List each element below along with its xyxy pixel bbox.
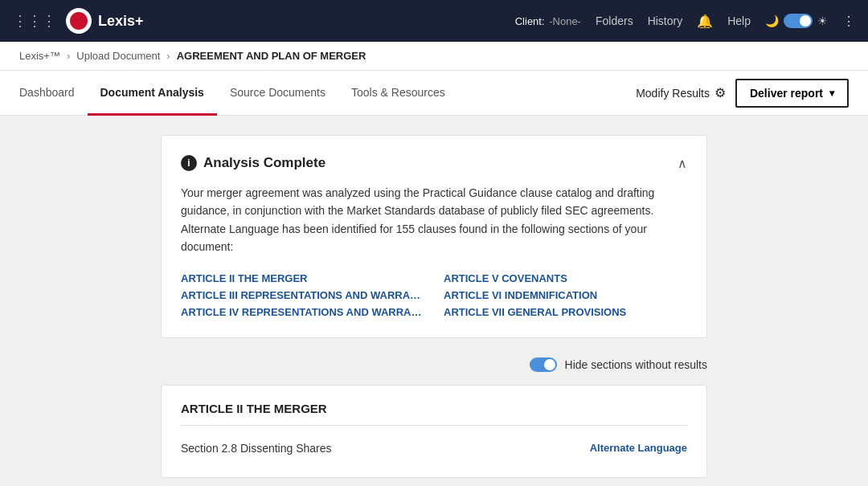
article-link-3[interactable]: ARTICLE III REPRESENTATIONS AND WARRANTI… (181, 289, 424, 301)
folders-link[interactable]: Folders (596, 14, 633, 27)
alternate-language-link[interactable]: Alternate Language (590, 442, 687, 454)
tab-source-documents[interactable]: Source Documents (217, 71, 338, 116)
analysis-complete-card: i Analysis Complete ∧ Your merger agreem… (161, 135, 707, 338)
deliver-report-button[interactable]: Deliver report ▾ (735, 79, 849, 108)
article-section-card: ARTICLE II THE MERGER Section 2.8 Dissen… (161, 385, 707, 478)
article-links-grid: ARTICLE II THE MERGER ARTICLE V COVENANT… (181, 272, 687, 318)
help-link[interactable]: Help (727, 14, 751, 27)
article-link-7[interactable]: ARTICLE VII GENERAL PROVISIONS (444, 306, 687, 318)
analysis-body-text: Your merger agreement was analyzed using… (181, 184, 687, 256)
moon-icon: 🌙 (765, 14, 779, 27)
client-info: Client: -None- (515, 15, 581, 27)
section-divider (181, 425, 687, 426)
analysis-header: i Analysis Complete ∧ (181, 155, 687, 171)
breadcrumb: Lexis+™ › Upload Document › AGREEMENT AN… (0, 42, 868, 71)
settings-icon: ⚙ (714, 85, 726, 100)
modify-results-button[interactable]: Modify Results ⚙ (636, 85, 726, 100)
breadcrumb-sep2: › (166, 50, 170, 62)
theme-toggle[interactable] (784, 14, 813, 28)
tab-dashboard[interactable]: Dashboard (19, 71, 88, 116)
bell-icon[interactable]: 🔔 (697, 14, 713, 29)
article-link-6[interactable]: ARTICLE VI INDEMNIFICATION (444, 289, 687, 301)
main-content: i Analysis Complete ∧ Your merger agreem… (0, 116, 868, 480)
logo-icon (66, 8, 92, 34)
hide-sections-toggle[interactable] (530, 357, 557, 372)
breadcrumb-sep1: › (67, 50, 70, 62)
chevron-down-icon: ▾ (829, 88, 834, 99)
logo-text: Lexis+ (98, 13, 144, 30)
collapse-icon[interactable]: ∧ (678, 156, 687, 171)
tab-bar: Dashboard Document Analysis Source Docum… (0, 71, 868, 116)
tab-actions: Modify Results ⚙ Deliver report ▾ (636, 79, 849, 108)
section-card-title: ARTICLE II THE MERGER (181, 402, 687, 415)
toggle-row: Hide sections without results (161, 357, 707, 372)
tabs-container: Dashboard Document Analysis Source Docum… (19, 71, 636, 115)
grid-icon[interactable]: ⋮⋮⋮ (13, 12, 56, 30)
theme-toggle-container: 🌙 ☀ (765, 14, 828, 28)
history-link[interactable]: History (648, 14, 683, 27)
hide-sections-label: Hide sections without results (565, 358, 707, 371)
sun-icon: ☀ (817, 14, 828, 27)
breadcrumb-root[interactable]: Lexis+™ (19, 50, 60, 62)
analysis-title-area: i Analysis Complete (181, 155, 326, 171)
tab-document-analysis[interactable]: Document Analysis (88, 71, 217, 116)
section-row: Section 2.8 Dissenting Shares Alternate … (181, 435, 687, 461)
logo-area[interactable]: Lexis+ (66, 8, 144, 34)
modify-results-label: Modify Results (636, 87, 710, 100)
article-link-4[interactable]: ARTICLE IV REPRESENTATIONS AND WARRANTI.… (181, 306, 424, 318)
breadcrumb-current: AGREEMENT AND PLAN OF MERGER (177, 50, 366, 62)
info-icon: i (181, 155, 197, 171)
top-navigation: ⋮⋮⋮ Lexis+ Client: -None- Folders Histor… (0, 0, 868, 42)
tab-tools-resources[interactable]: Tools & Resources (338, 71, 458, 116)
article-link-2[interactable]: ARTICLE II THE MERGER (181, 272, 424, 284)
breadcrumb-step1[interactable]: Upload Document (76, 50, 160, 62)
more-options-icon[interactable]: ⋮ (842, 14, 855, 29)
analysis-title: Analysis Complete (203, 155, 326, 171)
article-link-5[interactable]: ARTICLE V COVENANTS (444, 272, 687, 284)
section-row-label: Section 2.8 Dissenting Shares (181, 442, 332, 455)
